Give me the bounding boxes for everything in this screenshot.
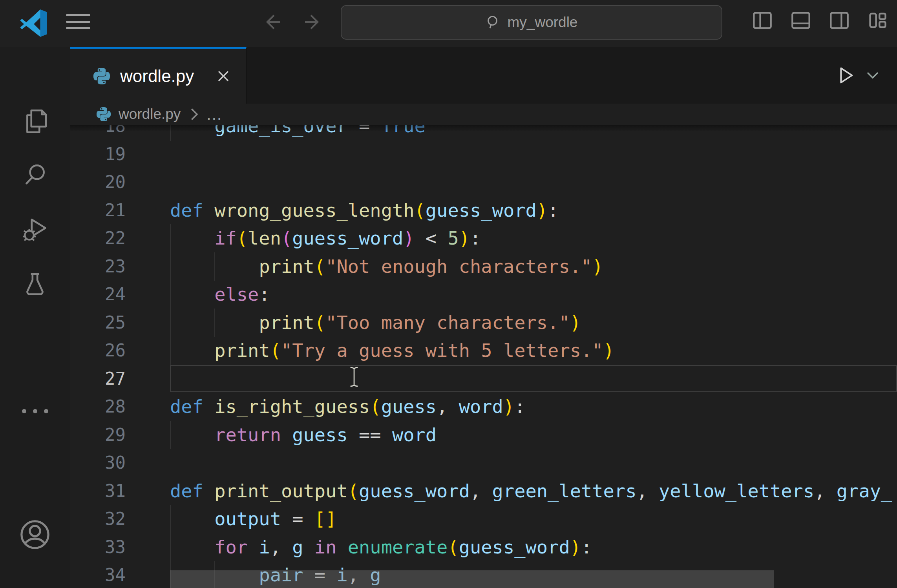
- code-text: print("Not enough characters."): [126, 256, 603, 277]
- line-number[interactable]: 24: [70, 284, 126, 304]
- breadcrumb-file[interactable]: wordle.py: [119, 106, 181, 122]
- code-line[interactable]: 24 else:: [70, 280, 897, 309]
- code-text: print("Too many characters."): [126, 312, 581, 333]
- vscode-logo-icon: [20, 9, 49, 38]
- mouse-text-cursor-icon: [348, 366, 360, 387]
- explorer-files-icon[interactable]: [21, 107, 49, 135]
- tab-label: wordle.py: [120, 66, 194, 86]
- chevron-down-icon[interactable]: [866, 71, 879, 80]
- customize-layout-icon[interactable]: [868, 10, 888, 31]
- search-icon: [486, 15, 501, 30]
- toggle-primary-sidebar-icon[interactable]: [752, 10, 773, 31]
- code-editor[interactable]: 18 game_is_over = True192021def wrong_gu…: [70, 125, 897, 588]
- line-number[interactable]: 31: [70, 481, 126, 501]
- line-number[interactable]: 23: [70, 256, 126, 276]
- code-line[interactable]: 21def wrong_guess_length(guess_word):: [70, 196, 897, 225]
- scroll-shadow: [70, 125, 897, 132]
- code-line[interactable]: 25 print("Too many characters."): [70, 309, 897, 337]
- python-file-icon: [93, 68, 110, 84]
- back-arrow-icon[interactable]: [262, 11, 284, 33]
- code-line[interactable]: 28def is_right_guess(guess, word):: [70, 393, 897, 421]
- editor-actions: [833, 47, 879, 104]
- activity-bar: [0, 47, 70, 588]
- code-text: def wrong_guess_length(guess_word):: [126, 199, 559, 221]
- line-number[interactable]: 30: [70, 453, 126, 473]
- run-debug-icon[interactable]: [21, 215, 49, 244]
- tab-bar: wordle.py: [70, 47, 897, 104]
- menu-hamburger-icon[interactable]: [66, 14, 90, 29]
- vscode-window: my_wordle: [0, 0, 897, 588]
- line-number[interactable]: 25: [70, 312, 126, 332]
- toggle-panel-icon[interactable]: [791, 10, 811, 31]
- code-line[interactable]: 32 output = []: [70, 505, 897, 533]
- breadcrumb-more[interactable]: …: [206, 105, 224, 124]
- toggle-secondary-sidebar-icon[interactable]: [829, 10, 850, 31]
- line-number[interactable]: 32: [70, 509, 126, 529]
- code-line[interactable]: 29 return guess == word: [70, 421, 897, 449]
- code-text: output = []: [126, 508, 336, 530]
- code-text: else:: [126, 283, 270, 305]
- code-text: for i, g in enumerate(guess_word):: [126, 536, 592, 558]
- account-icon[interactable]: [17, 517, 53, 553]
- breadcrumb: wordle.py …: [70, 104, 897, 125]
- close-icon[interactable]: [216, 69, 230, 83]
- line-number[interactable]: 27: [70, 369, 126, 389]
- line-number[interactable]: 28: [70, 396, 126, 416]
- line-number[interactable]: 29: [70, 425, 126, 445]
- code-line[interactable]: 23 print("Not enough characters."): [70, 252, 897, 281]
- code-line[interactable]: 19: [70, 140, 897, 168]
- more-views-ellipsis-icon[interactable]: [21, 397, 49, 425]
- code-line[interactable]: 31def print_output(guess_word, green_let…: [70, 477, 897, 505]
- code-text: def print_output(guess_word, green_lette…: [126, 480, 892, 502]
- line-number[interactable]: 20: [70, 172, 126, 192]
- code-line[interactable]: 22 if(len(guess_word) < 5):: [70, 224, 897, 252]
- run-play-icon[interactable]: [833, 64, 856, 87]
- code-line[interactable]: 30: [70, 449, 897, 477]
- line-number[interactable]: 34: [70, 565, 126, 585]
- chevron-right-icon: [189, 108, 199, 121]
- line-number[interactable]: 22: [70, 228, 126, 248]
- code-line[interactable]: 26 print("Try a guess with 5 letters."): [70, 336, 897, 365]
- code-rows: 18 game_is_over = True192021def wrong_gu…: [70, 125, 897, 588]
- line-number[interactable]: 33: [70, 537, 126, 557]
- layout-controls: [752, 10, 888, 31]
- code-text: return guess == word: [126, 424, 437, 446]
- tab-wordle-py[interactable]: wordle.py: [70, 47, 247, 104]
- title-bar: my_wordle: [0, 0, 897, 47]
- search-value: my_wordle: [508, 14, 578, 31]
- python-file-icon: [97, 107, 111, 121]
- code-text: if(len(guess_word) < 5):: [126, 227, 481, 249]
- code-line[interactable]: 33 for i, g in enumerate(guess_word):: [70, 533, 897, 561]
- code-line[interactable]: 20: [70, 168, 897, 196]
- line-number[interactable]: 26: [70, 340, 126, 360]
- line-number[interactable]: 21: [70, 200, 126, 220]
- forward-arrow-icon[interactable]: [301, 11, 323, 33]
- search-icon[interactable]: [21, 161, 49, 189]
- command-center-search[interactable]: my_wordle: [341, 5, 722, 40]
- code-text: print("Try a guess with 5 letters."): [126, 340, 614, 361]
- code-line[interactable]: 27: [70, 365, 897, 393]
- line-number[interactable]: 19: [70, 144, 126, 164]
- testing-flask-icon[interactable]: [21, 271, 49, 299]
- code-text: def is_right_guess(guess, word):: [126, 396, 526, 417]
- python-environment-snake-icon[interactable]: [21, 583, 49, 588]
- horizontal-scrollbar[interactable]: [170, 570, 774, 588]
